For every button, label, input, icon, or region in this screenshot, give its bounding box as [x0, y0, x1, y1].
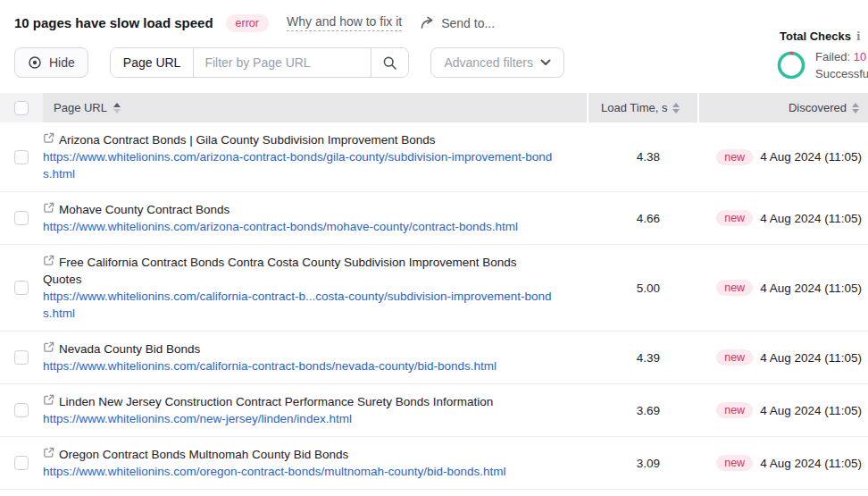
table-row: Mohave County Contract Bonds https://www… — [0, 192, 868, 245]
successful-count: Successful: — [815, 65, 868, 82]
page-title-link[interactable]: Linden New Jersey Construction Contract … — [43, 393, 558, 410]
external-link-icon — [43, 132, 59, 144]
page-title-link[interactable]: Free California Contract Bonds Contra Co… — [43, 254, 558, 288]
page-title-link[interactable]: Nevada County Bid Bonds — [43, 340, 558, 357]
error-badge: error — [226, 14, 269, 32]
select-all-checkbox[interactable] — [14, 101, 29, 115]
table-row: Arizona Contract Bonds | Gila County Sub… — [0, 122, 868, 192]
sort-asc-icon — [113, 103, 121, 113]
filter-bar: Hide Page URL Advanced filters — [0, 47, 868, 78]
issue-header: 10 pages have slow load speed error Why … — [0, 0, 868, 34]
table-row: Linden New Jersey Construction Contract … — [0, 384, 868, 437]
page-title-link[interactable]: Mohave County Contract Bonds — [43, 201, 558, 218]
page-title-link[interactable]: Oregon Contract Bonds Multnomah County B… — [43, 446, 558, 463]
external-link-icon — [43, 202, 59, 214]
page-url-filter-group: Page URL — [110, 47, 410, 78]
discovered-date: 4 Aug 2024 (11:05) — [760, 404, 862, 417]
search-icon — [382, 55, 397, 71]
filter-field-selector[interactable]: Page URL — [111, 48, 195, 77]
load-time-value: 3.69 — [590, 404, 699, 417]
table-body: Arizona Contract Bonds | Gila County Sub… — [0, 122, 868, 490]
column-header-discovered[interactable]: Discovered — [699, 93, 868, 122]
total-checks-label: Total Checks — [780, 29, 851, 43]
table-row: Oregon Contract Bonds Multnomah County B… — [0, 437, 868, 490]
row-checkbox[interactable] — [14, 211, 29, 225]
new-badge: new — [716, 402, 753, 418]
table-header: Page URL Load Time, s Discovered — [0, 93, 868, 122]
chevron-down-icon — [540, 59, 551, 66]
sort-icon — [672, 103, 680, 113]
share-arrow-icon — [420, 16, 435, 29]
checks-donut-chart — [776, 50, 806, 80]
table-row: Free California Contract Bonds Contra Co… — [0, 245, 868, 332]
info-icon[interactable]: i — [856, 30, 861, 43]
discovered-date: 4 Aug 2024 (11:05) — [760, 351, 862, 365]
sort-icon — [852, 103, 859, 113]
row-checkbox[interactable] — [14, 403, 29, 417]
page-url-link[interactable]: https://www.whitelionins.com/arizona-con… — [43, 218, 558, 235]
column-header-load-time[interactable]: Load Time, s — [588, 93, 697, 122]
external-link-icon — [43, 447, 59, 458]
page-url-link[interactable]: https://www.whitelionins.com/oregon-cont… — [43, 463, 558, 480]
new-badge: new — [716, 455, 753, 471]
column-header-page-url[interactable]: Page URL — [43, 93, 587, 122]
select-all-cell — [0, 93, 43, 122]
advanced-filters-button[interactable]: Advanced filters — [430, 47, 564, 78]
discovered-date: 4 Aug 2024 (11:05) — [760, 457, 862, 470]
row-checkbox[interactable] — [14, 281, 29, 295]
why-how-to-fix-link[interactable]: Why and how to fix it — [287, 14, 402, 31]
new-badge: new — [716, 210, 753, 226]
failed-count: Failed: 10 — [815, 48, 868, 65]
discovered-date: 4 Aug 2024 (11:05) — [760, 282, 862, 295]
row-checkbox[interactable] — [14, 150, 29, 164]
new-badge: new — [716, 349, 753, 366]
eye-icon — [28, 55, 42, 70]
external-link-icon — [43, 255, 59, 266]
filter-input[interactable] — [194, 48, 371, 77]
discovered-date: 4 Aug 2024 (11:05) — [760, 150, 862, 164]
external-link-icon — [43, 341, 59, 353]
load-time-value: 4.38 — [590, 150, 699, 164]
page-url-link[interactable]: https://www.whitelionins.com/arizona-con… — [43, 148, 558, 182]
row-checkbox[interactable] — [14, 350, 29, 365]
send-to-button[interactable]: Send to... — [420, 16, 495, 30]
total-checks-panel: Total Checks i Failed: 10 Successful: — [776, 29, 868, 82]
page-url-link[interactable]: https://www.whitelionins.com/california-… — [43, 288, 558, 322]
external-link-icon — [43, 394, 59, 406]
discovered-date: 4 Aug 2024 (11:05) — [760, 212, 862, 225]
load-time-value: 3.09 — [590, 457, 699, 470]
table-row: Nevada County Bid Bonds https://www.whit… — [0, 332, 868, 384]
new-badge: new — [716, 149, 753, 165]
search-button[interactable] — [371, 48, 408, 77]
page-url-link[interactable]: https://www.whitelionins.com/california-… — [43, 357, 558, 374]
load-time-value: 5.00 — [590, 282, 699, 295]
new-badge: new — [716, 280, 753, 296]
load-time-value: 4.66 — [590, 212, 699, 225]
hide-button[interactable]: Hide — [14, 47, 88, 78]
page-title: 10 pages have slow load speed — [14, 15, 213, 30]
row-checkbox[interactable] — [14, 456, 29, 470]
load-time-value: 4.39 — [590, 351, 699, 365]
page-url-link[interactable]: https://www.whitelionins.com/new-jersey/… — [43, 410, 558, 427]
page-title-link[interactable]: Arizona Contract Bonds | Gila County Sub… — [43, 131, 558, 148]
